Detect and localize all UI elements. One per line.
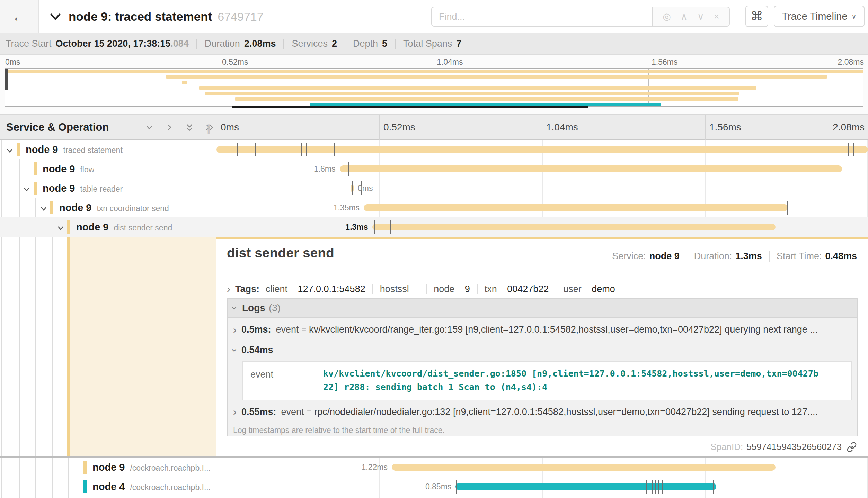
column-divider[interactable]: [216, 114, 216, 498]
selected-span-accent-band: [67, 237, 70, 456]
log-message: rpc/nodedialer/nodedialer.go:132 [n9,cli…: [314, 407, 818, 417]
ruler-gridline: [705, 115, 706, 140]
chevron-down-icon[interactable]: [5, 146, 15, 157]
tag-hostssl: hostssl=: [372, 284, 419, 294]
command-icon: ⌘: [751, 9, 763, 24]
logs-count: (3): [269, 302, 281, 314]
view-selector-button[interactable]: Trace Timeline ∨: [774, 6, 865, 27]
tags-row[interactable]: › Tags: client=127.0.0.1:54582 hostssl= …: [227, 280, 615, 298]
log-entry[interactable]: › 0.55ms: event = rpc/nodedialer/nodedia…: [233, 407, 852, 417]
chevron-down-icon: ›: [230, 306, 240, 310]
chevron-right-icon[interactable]: [164, 122, 175, 133]
chevron-down-icon: ∨: [852, 12, 857, 20]
span-bar-row[interactable]: 1.35ms: [216, 198, 868, 217]
span-operation: /cockroach.roachpb.I...: [130, 478, 211, 496]
span-duration-label: 1.6ms: [314, 159, 336, 179]
locate-icon[interactable]: ◎: [663, 12, 671, 21]
span-tree-row[interactable]: node 9/cockroach.roachpb.I...: [0, 458, 216, 477]
minimap-viewport-indicator[interactable]: [232, 106, 588, 108]
chevron-down-icon[interactable]: [144, 122, 155, 133]
span-service: node 9: [76, 217, 108, 237]
chevron-down-icon[interactable]: [22, 184, 32, 196]
chevron-down-icon[interactable]: [56, 223, 65, 234]
span-tree-row[interactable]: node 9table reader: [0, 179, 216, 198]
span-color-chip: [83, 461, 87, 474]
tag-client: client=127.0.0.1:54582: [266, 284, 365, 295]
chevron-down-icon[interactable]: [39, 204, 48, 215]
chevron-up-icon[interactable]: ∧: [681, 12, 688, 21]
link-icon[interactable]: [847, 442, 857, 452]
clear-icon[interactable]: ×: [714, 12, 719, 21]
span-service: node 9: [43, 179, 75, 198]
span-bar-row[interactable]: 1.6ms: [216, 159, 868, 179]
trace-id: 6749717: [218, 10, 263, 24]
minimap-viewport-track: [5, 106, 863, 108]
span-overview: Service: node 9 Duration: 1.3ms Start Ti…: [612, 251, 857, 262]
span-detail-title: dist sender send: [227, 245, 334, 261]
stat-services: Services 2: [283, 39, 337, 49]
minimap-span-bar: [5, 70, 863, 73]
double-chevron-down-icon[interactable]: [184, 122, 195, 133]
span-tree-row[interactable]: node 9txn coordinator send: [0, 198, 216, 217]
minimap-tick-label: 0ms: [5, 57, 20, 67]
span-tree-row[interactable]: node 9flow: [0, 159, 216, 179]
logs-header[interactable]: › Logs (3): [228, 299, 857, 318]
span-bar-row[interactable]: 1.22ms: [216, 458, 868, 477]
detail-panel-bottom-border: [0, 456, 868, 458]
span-service: node 9: [26, 140, 58, 159]
log-entry-expanded[interactable]: › 0.54ms: [233, 345, 852, 355]
span-color-chip: [34, 182, 37, 195]
back-button[interactable]: ←: [0, 0, 39, 33]
chevron-right-icon: ›: [233, 407, 237, 417]
indent-guide: [52, 217, 53, 498]
logs-footnote: Log timestamps are relative to the start…: [233, 426, 857, 435]
logs-section: › Logs (3) › 0.5ms: event = kv/kvclient/…: [227, 298, 858, 436]
span-bar[interactable]: [392, 464, 776, 471]
span-tree-row[interactable]: node 9traced statement: [0, 140, 216, 159]
span-tree-panel: node 9traced statement node 9flow node 9…: [0, 140, 216, 498]
chevron-down-icon[interactable]: ∨: [697, 12, 704, 21]
minimap-span-bar: [199, 86, 756, 90]
timeline-table-header: Service & Operation ∥ 0ms 0.52ms 1.04ms …: [0, 114, 868, 140]
chevron-down-icon: ›: [230, 348, 240, 352]
stat-duration: Duration 2.08ms: [196, 39, 276, 49]
span-bar-row[interactable]: 0.85ms: [216, 477, 868, 496]
detail-divider: [227, 274, 858, 274]
find-input[interactable]: [431, 7, 653, 27]
log-entry[interactable]: › 0.5ms: event = kv/kvclient/kvcoord/ran…: [233, 324, 852, 335]
trace-collapse-toggle[interactable]: [48, 10, 62, 25]
ruler-tick-label: 0ms: [221, 115, 239, 140]
span-operation: dist sender send: [114, 218, 172, 237]
trace-minimap: 0ms 0.52ms 1.04ms 1.56ms 2.08ms: [0, 55, 868, 114]
minimap-tick-label: 1.56ms: [652, 57, 677, 67]
view-selector-label: Trace Timeline: [782, 11, 847, 22]
span-bar-row[interactable]: [216, 140, 868, 159]
span-bar-row-selected[interactable]: 1.3ms: [216, 217, 868, 237]
log-timestamp: 0.5ms:: [241, 324, 271, 335]
ruler-tick-label: 1.04ms: [546, 115, 578, 140]
span-tree-row-selected[interactable]: node 9dist sender send: [0, 217, 216, 237]
log-field-key: event: [250, 367, 323, 394]
span-operation: /cockroach.roachpb.I...: [130, 458, 211, 477]
span-detail-panel: dist sender send Service: node 9 Duratio…: [216, 237, 868, 456]
minimap-span-bar: [182, 81, 187, 84]
span-service: node 9: [59, 198, 91, 217]
log-tick-marks: [216, 477, 868, 496]
span-bar-row[interactable]: 0ms: [216, 179, 868, 198]
page-title: node 9: traced statement: [69, 10, 212, 24]
selected-span-indent-fill: [70, 237, 216, 456]
tag-node: node=9: [426, 284, 470, 294]
minimap-canvas[interactable]: [5, 68, 863, 107]
span-duration-label: 1.22ms: [362, 458, 388, 477]
span-duration-label: 1.3ms: [345, 217, 368, 237]
span-tree-row[interactable]: node 4/cockroach.roachpb.I...: [0, 477, 216, 496]
span-service: node 9: [43, 159, 75, 179]
minimap-span-bar: [205, 92, 739, 95]
minimap-scrub-handle[interactable]: [5, 69, 8, 90]
keyboard-shortcuts-button[interactable]: ⌘: [745, 6, 768, 27]
span-service: node 9: [92, 458, 125, 477]
column-resizer-grip[interactable]: ∥: [206, 123, 211, 134]
indent-guide: [35, 198, 36, 498]
chevron-right-icon[interactable]: ›: [227, 284, 230, 294]
ruler-tick-label: 0.52ms: [383, 115, 415, 140]
